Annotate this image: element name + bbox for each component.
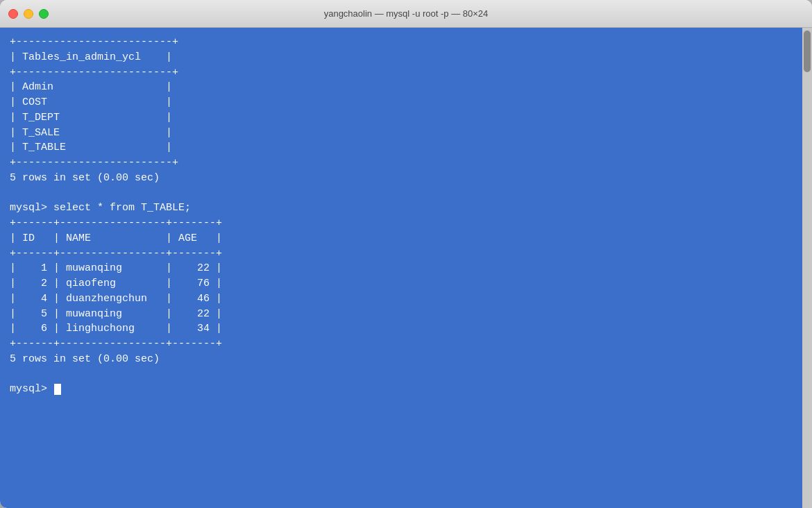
terminal-cursor — [54, 384, 61, 395]
window-title: yangchaolin — mysql -u root -p — 80×24 — [324, 8, 489, 19]
maximize-button[interactable] — [39, 9, 49, 19]
terminal-output: +-------------------------+ | Tables_in_… — [10, 35, 802, 397]
close-button[interactable] — [8, 9, 18, 19]
scrollbar[interactable] — [802, 28, 812, 508]
scrollbar-thumb[interactable] — [804, 31, 811, 72]
terminal-body[interactable]: +-------------------------+ | Tables_in_… — [0, 28, 812, 508]
terminal-window: yangchaolin — mysql -u root -p — 80×24 +… — [0, 0, 812, 508]
minimize-button[interactable] — [24, 9, 33, 19]
traffic-lights — [8, 9, 49, 19]
titlebar: yangchaolin — mysql -u root -p — 80×24 — [0, 0, 812, 28]
